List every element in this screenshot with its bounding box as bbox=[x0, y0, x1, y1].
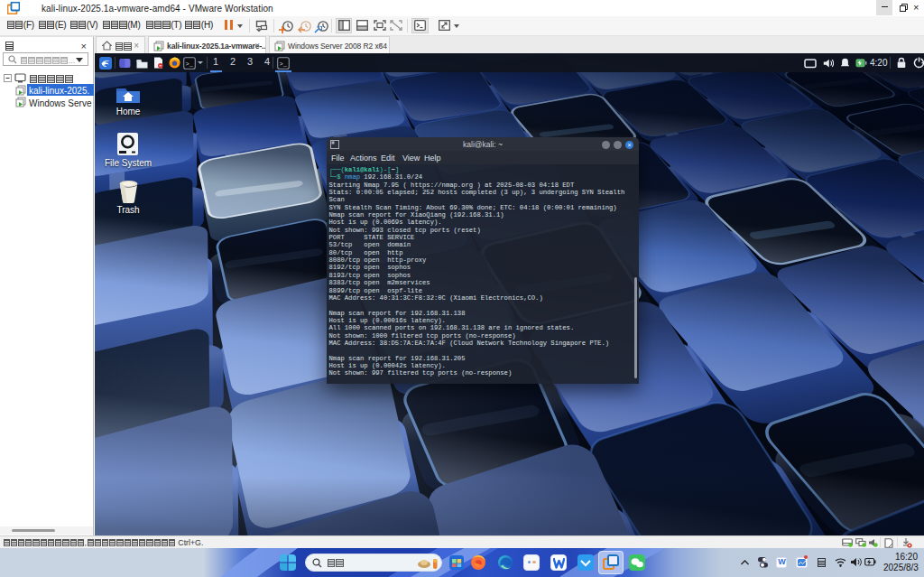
svg-text:>_: >_ bbox=[186, 60, 194, 67]
svg-text:>_: >_ bbox=[280, 60, 288, 67]
